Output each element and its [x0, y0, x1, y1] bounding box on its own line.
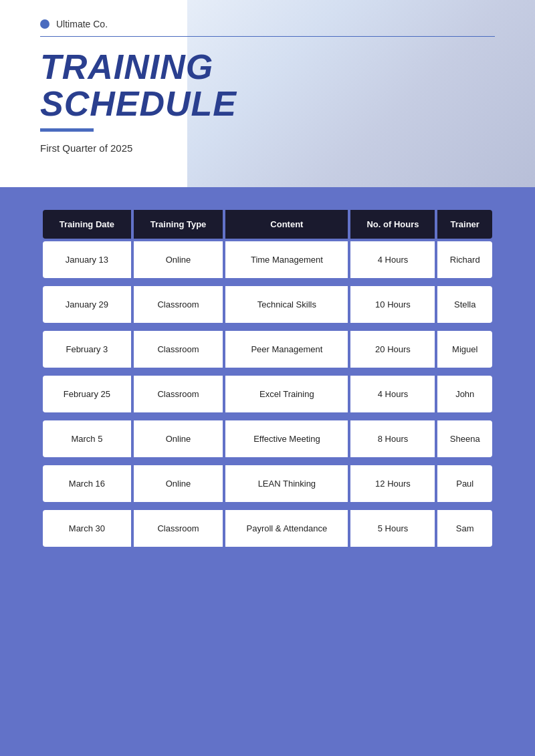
cell-content: Payroll & Attendance — [225, 510, 348, 547]
header-content: Ultimate Co. TRAINING SCHEDULE First Qua… — [0, 0, 535, 154]
table-spacer-row — [43, 370, 492, 373]
subtitle: First Quarter of 2025 — [40, 142, 495, 154]
cell-trainer: Sam — [437, 510, 492, 547]
cell-trainer: John — [437, 376, 492, 412]
col-header-type: Training Type — [134, 210, 223, 239]
company-dot-icon — [40, 19, 49, 29]
cell-type: Online — [134, 420, 223, 457]
table-spacer-row — [43, 415, 492, 418]
table-spacer-row — [43, 281, 492, 283]
schedule-table: Training Date Training Type Content No. … — [40, 207, 495, 549]
title-line1: TRAINING — [40, 47, 213, 86]
col-header-hours: No. of Hours — [350, 210, 435, 239]
company-row: Ultimate Co. — [40, 19, 495, 29]
header-divider — [40, 36, 495, 37]
cell-hours: 4 Hours — [350, 376, 435, 412]
main-section: Training Date Training Type Content No. … — [0, 187, 535, 756]
cell-date: March 5 — [43, 420, 131, 457]
cell-hours: 10 Hours — [350, 286, 435, 323]
table-row: March 30ClassroomPayroll & Attendance5 H… — [43, 510, 492, 547]
col-header-date: Training Date — [43, 210, 131, 239]
table-row: January 29ClassroomTechnical Skills10 Ho… — [43, 286, 492, 323]
table-row: January 13OnlineTime Management4 HoursRi… — [43, 241, 492, 278]
table-row: February 3ClassroomPeer Management20 Hou… — [43, 331, 492, 368]
cell-date: March 30 — [43, 510, 131, 547]
header-section: Ultimate Co. TRAINING SCHEDULE First Qua… — [0, 0, 535, 187]
col-header-content: Content — [225, 210, 348, 239]
cell-date: January 29 — [43, 286, 131, 323]
cell-content: Time Management — [225, 241, 348, 278]
cell-date: February 25 — [43, 376, 131, 412]
title-line2: SCHEDULE — [40, 84, 237, 123]
cell-trainer: Sheena — [437, 420, 492, 457]
cell-hours: 20 Hours — [350, 331, 435, 368]
company-name: Ultimate Co. — [56, 19, 108, 29]
table-spacer-row — [43, 460, 492, 463]
cell-hours: 4 Hours — [350, 241, 435, 278]
cell-date: January 13 — [43, 241, 131, 278]
table-row: March 5OnlineEffective Meeting8 HoursShe… — [43, 420, 492, 457]
cell-hours: 5 Hours — [350, 510, 435, 547]
cell-trainer: Paul — [437, 465, 492, 502]
cell-date: March 16 — [43, 465, 131, 502]
table-row: February 25ClassroomExcel Training4 Hour… — [43, 376, 492, 412]
cell-trainer: Richard — [437, 241, 492, 278]
page-title: TRAINING SCHEDULE — [40, 49, 495, 122]
cell-content: Peer Management — [225, 331, 348, 368]
table-spacer-row — [43, 505, 492, 507]
cell-type: Online — [134, 465, 223, 502]
cell-content: Effective Meeting — [225, 420, 348, 457]
cell-type: Classroom — [134, 376, 223, 412]
col-header-trainer: Trainer — [437, 210, 492, 239]
cell-type: Classroom — [134, 331, 223, 368]
cell-content: Excel Training — [225, 376, 348, 412]
table-header-row: Training Date Training Type Content No. … — [43, 210, 492, 239]
cell-type: Classroom — [134, 510, 223, 547]
cell-hours: 8 Hours — [350, 420, 435, 457]
table-spacer-row — [43, 326, 492, 328]
table-row: March 16OnlineLEAN Thinking12 HoursPaul — [43, 465, 492, 502]
title-underline — [40, 128, 94, 132]
cell-hours: 12 Hours — [350, 465, 435, 502]
cell-trainer: Stella — [437, 286, 492, 323]
cell-content: Technical Skills — [225, 286, 348, 323]
cell-trainer: Miguel — [437, 331, 492, 368]
cell-content: LEAN Thinking — [225, 465, 348, 502]
cell-type: Online — [134, 241, 223, 278]
cell-type: Classroom — [134, 286, 223, 323]
cell-date: February 3 — [43, 331, 131, 368]
